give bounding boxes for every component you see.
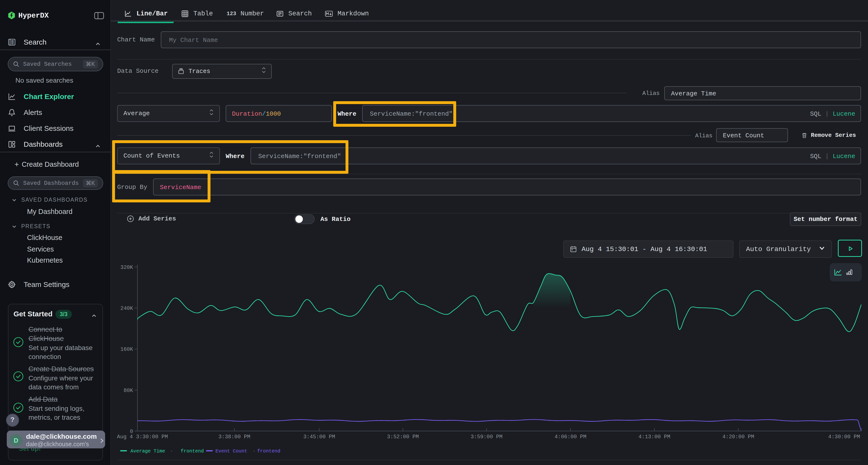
svg-text:4:30:00 PM: 4:30:00 PM: [828, 434, 860, 440]
svg-text:3:59:00 PM: 3:59:00 PM: [471, 434, 502, 440]
svg-text:3:38:00 PM: 3:38:00 PM: [218, 434, 250, 440]
svg-text:Aug 4 3:30:00 PM: Aug 4 3:30:00 PM: [117, 434, 168, 440]
svg-text:0: 0: [130, 429, 133, 435]
svg-text:·: ·: [253, 449, 255, 454]
svg-text:frontend: frontend: [181, 449, 204, 454]
svg-text:320K: 320K: [120, 265, 133, 271]
svg-text:4:06:00 PM: 4:06:00 PM: [555, 434, 586, 440]
svg-text:Average Time: Average Time: [130, 449, 165, 454]
svg-text:frontend: frontend: [257, 449, 280, 454]
svg-text:·: ·: [170, 449, 173, 454]
svg-text:4:13:00 PM: 4:13:00 PM: [639, 434, 670, 440]
svg-text:Event Count: Event Count: [215, 449, 247, 454]
svg-text:3:45:00 PM: 3:45:00 PM: [303, 434, 335, 440]
svg-text:3:52:00 PM: 3:52:00 PM: [387, 434, 419, 440]
svg-text:240K: 240K: [120, 305, 133, 311]
svg-text:4:20:00 PM: 4:20:00 PM: [722, 434, 754, 440]
svg-text:160K: 160K: [120, 346, 133, 353]
svg-text:80K: 80K: [123, 388, 133, 394]
